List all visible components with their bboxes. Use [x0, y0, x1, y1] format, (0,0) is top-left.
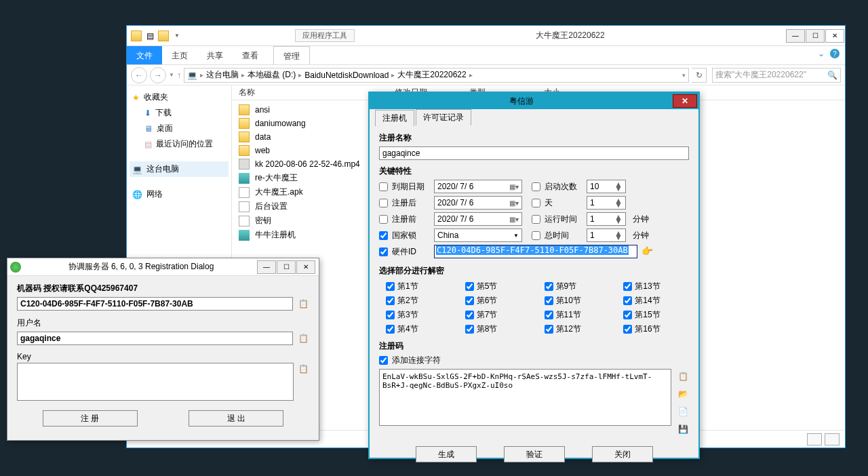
country-checkbox[interactable] [379, 231, 388, 240]
close-button[interactable]: ✕ [825, 29, 844, 43]
tree-downloads[interactable]: ⬇下载 [130, 105, 229, 121]
before-checkbox[interactable] [379, 215, 388, 224]
runtime-spinner[interactable]: 1▲▼ [587, 212, 626, 226]
register-button[interactable]: 注 册 [43, 410, 138, 427]
section-cb[interactable] [386, 325, 395, 334]
reg-name-input[interactable] [379, 146, 689, 160]
properties-icon[interactable]: ▤ [144, 31, 155, 41]
total-checkbox[interactable] [532, 231, 540, 240]
section-checkbox[interactable]: 第10节 [545, 295, 604, 306]
section-cb[interactable] [386, 311, 395, 319]
paste-key-icon[interactable]: 📋 [298, 363, 309, 375]
regcode-textarea[interactable] [379, 369, 671, 426]
section-cb[interactable] [545, 296, 553, 305]
section-checkbox[interactable]: 第6节 [465, 295, 524, 306]
tab-home[interactable]: 主页 [162, 46, 197, 64]
section-cb[interactable] [623, 282, 632, 291]
user-input[interactable] [17, 332, 293, 345]
section-cb[interactable] [545, 282, 553, 291]
copy-icon[interactable]: 📋 [297, 298, 309, 310]
section-checkbox[interactable]: 第5节 [465, 281, 524, 292]
section-cb[interactable] [465, 296, 474, 305]
close-button[interactable]: 关闭 [592, 446, 653, 462]
section-checkbox[interactable]: 第7节 [465, 309, 524, 321]
breadcrumb[interactable]: 💻 ▸ 这台电脑 ▸ 本地磁盘 (D:) ▸ BaiduNetdiskDownl… [184, 68, 689, 83]
exit-button[interactable]: 退 出 [189, 410, 283, 427]
dropdown-icon[interactable]: ▼ [172, 31, 182, 41]
tab-license-log[interactable]: 许可证记录 [416, 109, 471, 125]
expire-date-picker[interactable]: 2020/ 7/ 6▦▾ [434, 180, 522, 193]
before-date-picker[interactable]: 2020/ 7/ 6▦▾ [434, 212, 522, 226]
up-button[interactable]: ↑ [177, 71, 181, 80]
append-checkbox[interactable] [379, 356, 388, 365]
details-view-button[interactable] [807, 433, 822, 445]
new-folder-icon[interactable] [158, 31, 169, 41]
back-button[interactable]: ← [131, 67, 147, 83]
section-checkbox[interactable]: 第9节 [545, 281, 604, 292]
forward-button[interactable]: → [150, 67, 166, 83]
section-checkbox[interactable]: 第16节 [623, 323, 682, 335]
maximize-button[interactable]: ☐ [806, 29, 825, 43]
section-checkbox[interactable]: 第8节 [465, 323, 524, 335]
after-checkbox[interactable] [379, 199, 388, 207]
expire-checkbox[interactable] [379, 182, 388, 191]
reg-minimize-button[interactable]: — [257, 260, 276, 274]
add-file-icon[interactable]: 📄 [677, 405, 689, 418]
machine-code-input[interactable] [17, 297, 293, 311]
section-checkbox[interactable]: 第13节 [623, 281, 682, 292]
verify-button[interactable]: 验证 [504, 446, 565, 462]
section-cb[interactable] [545, 325, 553, 334]
paste-user-icon[interactable]: 📋 [297, 332, 309, 344]
section-cb[interactable] [465, 325, 474, 334]
tab-share[interactable]: 共享 [197, 46, 233, 64]
runs-spinner[interactable]: 10▲▼ [587, 180, 626, 193]
refresh-button[interactable]: ↻ [692, 68, 707, 83]
keygen-close-button[interactable]: ✕ [673, 94, 697, 108]
hwid-input[interactable]: C120-04D6-985F-F4F7-5110-F05F-7B87-30AB [434, 245, 637, 258]
section-checkbox[interactable]: 第3节 [386, 309, 445, 321]
generate-button[interactable]: 生成 [416, 446, 477, 462]
icons-view-button[interactable] [825, 433, 840, 445]
section-cb[interactable] [623, 311, 632, 319]
runs-checkbox[interactable] [532, 182, 540, 191]
tree-computer[interactable]: 💻这台电脑 [130, 161, 229, 177]
tree-network[interactable]: 🌐网络 [130, 186, 229, 202]
country-select[interactable]: China▼ [434, 229, 522, 242]
section-cb[interactable] [545, 311, 553, 319]
help-icon[interactable]: ? [830, 49, 840, 58]
after-date-picker[interactable]: 2020/ 7/ 6▦▾ [434, 196, 522, 210]
tab-generator[interactable]: 注册机 [375, 110, 414, 126]
section-cb[interactable] [386, 296, 395, 305]
total-spinner[interactable]: 1▲▼ [587, 229, 626, 242]
breadcrumb-seg[interactable]: 大牛魔王20220622 [397, 69, 466, 81]
section-checkbox[interactable]: 第4节 [386, 323, 445, 335]
copy-regcode-icon[interactable]: 📋 [677, 370, 689, 382]
tab-manage[interactable]: 管理 [273, 46, 310, 64]
section-cb[interactable] [623, 325, 632, 334]
recent-dropdown-icon[interactable]: ▼ [169, 72, 174, 78]
breadcrumb-seg[interactable]: BaiduNetdiskDownload [304, 71, 389, 80]
section-cb[interactable] [386, 282, 395, 291]
reg-close-button[interactable]: ✕ [296, 260, 315, 274]
section-checkbox[interactable]: 第11节 [545, 309, 604, 321]
section-cb[interactable] [623, 296, 632, 305]
paste-hwid-icon[interactable]: 👉 [642, 245, 654, 258]
ribbon-expand-icon[interactable]: ⌄ [818, 49, 825, 62]
tree-recent[interactable]: ▤最近访问的位置 [130, 136, 229, 152]
reg-maximize-button[interactable]: ☐ [277, 260, 296, 274]
tab-view[interactable]: 查看 [233, 46, 268, 64]
runtime-checkbox[interactable] [532, 215, 540, 224]
section-checkbox[interactable]: 第12节 [545, 323, 604, 335]
key-textarea[interactable] [17, 363, 294, 401]
section-checkbox[interactable]: 第2节 [386, 295, 445, 306]
hwid-checkbox[interactable] [379, 247, 388, 256]
section-cb[interactable] [465, 282, 474, 291]
open-file-icon[interactable]: 📂 [677, 388, 689, 400]
breadcrumb-dropdown-icon[interactable]: ▾ [682, 72, 686, 79]
breadcrumb-seg[interactable]: 本地磁盘 (D:) [248, 69, 296, 81]
save-icon[interactable]: 💾 [677, 423, 689, 435]
section-checkbox[interactable]: 第14节 [623, 295, 682, 306]
tree-desktop[interactable]: 🖥桌面 [130, 121, 229, 136]
days-checkbox[interactable] [532, 199, 540, 207]
section-cb[interactable] [465, 311, 474, 319]
